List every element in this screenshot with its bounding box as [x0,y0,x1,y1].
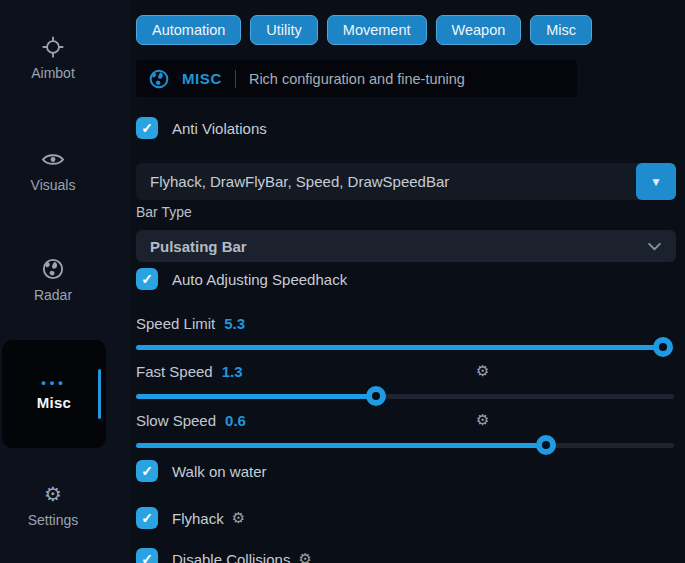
slider-label: Fast Speed [136,363,213,380]
slow-speed-label-row: Slow Speed 0.6 ⚙ [136,410,676,430]
tab-utility[interactable]: Utility [250,15,317,45]
checkbox-label: Auto Adjusting Speedhack [172,271,347,288]
disable-collisions-checkbox[interactable]: ✓ [136,548,158,563]
sidebar-item-settings[interactable]: ⚙ Settings [0,483,106,528]
sidebar-item-aimbot[interactable]: Aimbot [0,36,106,81]
dropdown-arrow-icon: ▼ [650,175,662,189]
check-icon: ✓ [141,272,153,286]
category-tabs: Automation Utility Movement Weapon Misc [136,15,592,45]
sidebar-item-label: Settings [28,512,79,528]
sidebar-item-radar[interactable]: Radar [0,258,106,303]
sidebar-item-label: Radar [34,287,72,303]
sidebar-item-visuals[interactable]: Visuals [0,148,106,193]
anti-violations-checkbox[interactable]: ✓ [136,117,158,139]
multiselect-value: Flyhack, DrawFlyBar, Speed, DrawSpeedBar [136,173,636,190]
checkbox-label: Flyhack [172,510,224,527]
section-title: MISC [182,70,222,87]
flyhack-row: ✓ Flyhack ⚙ [136,506,676,530]
walk-on-water-row: ✓ Walk on water [136,459,676,483]
tab-automation[interactable]: Automation [136,15,241,45]
tab-weapon[interactable]: Weapon [436,15,522,45]
bar-type-label: Bar Type [136,204,192,220]
section-header: MISC Rich configuration and fine-tuning [136,60,577,97]
bar-type-select[interactable]: Pulsating Bar [136,230,676,262]
checkbox-label: Walk on water [172,463,266,480]
sidebar: Aimbot Visuals Radar [0,0,130,563]
sidebar-item-label: Misc [37,394,72,411]
slider-value: 1.3 [222,363,243,380]
header-divider [235,70,236,88]
slider-fill [136,443,546,448]
slider-label: Speed Limit [136,315,215,332]
slow-speed-slider[interactable] [136,435,676,455]
gear-icon[interactable]: ⚙ [476,362,489,380]
misc-config-window: Aimbot Visuals Radar [0,0,685,563]
bars-multiselect[interactable]: Flyhack, DrawFlyBar, Speed, DrawSpeedBar… [136,163,676,200]
disable-collisions-row: ✓ Disable Collisions ⚙ [136,547,676,563]
fast-speed-slider[interactable] [136,386,676,406]
flyhack-checkbox[interactable]: ✓ [136,507,158,529]
checkbox-label: Anti Violations [172,120,267,137]
globe-icon [42,258,64,280]
slider-thumb[interactable] [366,386,386,406]
check-icon: ✓ [141,511,153,525]
multiselect-dropdown-button[interactable]: ▼ [636,163,676,200]
active-indicator-bar [98,369,101,419]
sidebar-item-misc[interactable]: ••• Misc [2,340,106,448]
eye-icon [41,148,65,170]
section-subtitle: Rich configuration and fine-tuning [249,71,465,87]
check-icon: ✓ [141,121,153,135]
slider-fill [136,394,376,399]
walk-on-water-checkbox[interactable]: ✓ [136,460,158,482]
tab-movement[interactable]: Movement [327,15,427,45]
check-icon: ✓ [141,552,153,563]
slider-thumb[interactable] [653,337,673,357]
gear-icon: ⚙ [44,483,62,505]
speed-limit-label-row: Speed Limit 5.3 [136,313,676,333]
sidebar-item-label: Aimbot [31,65,75,81]
gear-icon[interactable]: ⚙ [232,509,245,527]
speed-limit-slider[interactable] [136,337,676,357]
chevron-down-icon [647,242,662,251]
slider-thumb[interactable] [536,435,556,455]
check-icon: ✓ [141,464,153,478]
crosshair-icon [42,36,64,58]
globe-icon [149,69,169,89]
tab-misc[interactable]: Misc [530,15,592,45]
auto-adjusting-speedhack-checkbox[interactable]: ✓ [136,268,158,290]
auto-adjusting-speedhack-row: ✓ Auto Adjusting Speedhack [136,267,676,291]
fast-speed-label-row: Fast Speed 1.3 ⚙ [136,361,676,381]
checkbox-label: Disable Collisions [172,551,290,563]
anti-violations-row: ✓ Anti Violations [136,116,676,140]
select-value: Pulsating Bar [150,238,247,255]
slider-value: 5.3 [224,315,245,332]
sidebar-item-label: Visuals [31,177,76,193]
gear-icon[interactable]: ⚙ [298,550,311,563]
gear-icon[interactable]: ⚙ [476,411,489,429]
slider-fill [136,345,663,350]
slider-label: Slow Speed [136,412,216,429]
slider-value: 0.6 [225,412,246,429]
ellipsis-icon: ••• [41,377,67,389]
